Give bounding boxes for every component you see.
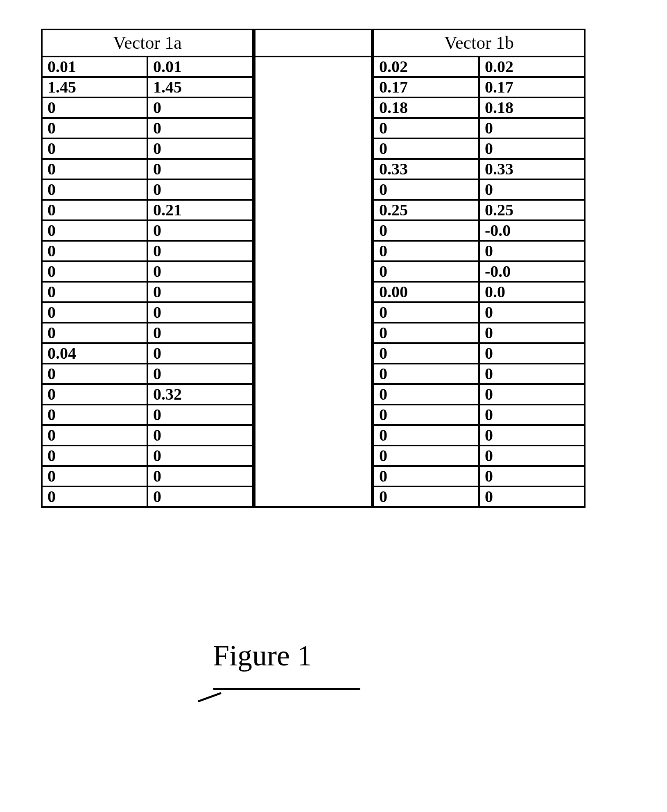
vector-1b-cell: 0 xyxy=(373,405,479,425)
vector-1b-cell: 0 xyxy=(373,118,479,138)
vector-1b-cell: 0 xyxy=(373,138,479,159)
table-row: 00 xyxy=(42,425,253,446)
vector-1b-cell: 0 xyxy=(479,241,585,261)
vector-1b-cell: 0.18 xyxy=(479,97,585,118)
table-row: 00 xyxy=(373,364,585,384)
figure-underline-tail xyxy=(198,692,222,702)
table-row: 00 xyxy=(42,302,253,323)
table-row: 0.020.02 xyxy=(373,57,585,77)
table-row: 00 xyxy=(373,179,585,200)
vector-1b-cell: 0.25 xyxy=(373,200,479,220)
vector-1b-cell: 0 xyxy=(479,118,585,138)
table-row: 00 xyxy=(373,118,585,138)
vector-1a-cell: 0 xyxy=(42,118,147,138)
vector-1b-cell: 0 xyxy=(479,446,585,466)
vector-1b-cell: 0 xyxy=(479,323,585,343)
vector-1a-table: Vector 1a 0.010.011.451.45000000000000.2… xyxy=(41,29,254,508)
vector-1b-cell: 0 xyxy=(479,138,585,159)
table-row: 0.000.0 xyxy=(373,282,585,302)
vector-1a-cell: 0 xyxy=(42,466,147,486)
vector-1b-cell: 0.17 xyxy=(373,77,479,97)
vector-1b-cell: -0.0 xyxy=(479,261,585,282)
vector-1a-title: Vector 1a xyxy=(42,29,253,57)
vector-1a-cell: 0 xyxy=(42,241,147,261)
vector-1b-cell: 0 xyxy=(479,343,585,364)
vector-1b-cell: 0.33 xyxy=(373,159,479,179)
table-row: 00 xyxy=(373,138,585,159)
vector-1b-table: Vector 1b 0.020.020.170.170.180.1800000.… xyxy=(373,29,586,508)
vector-1a-cell: 0 xyxy=(42,138,147,159)
vector-1a-cell: 0 xyxy=(42,425,147,446)
table-row: 00 xyxy=(373,323,585,343)
vector-1b-cell: 0 xyxy=(373,466,479,486)
vector-1a-cell: 0.21 xyxy=(147,200,253,220)
table-row: 00.32 xyxy=(42,384,253,405)
table-row: 1.451.45 xyxy=(42,77,253,97)
vector-1b-cell: 0.02 xyxy=(479,57,585,77)
vector-1b-cell: 0 xyxy=(373,179,479,200)
vector-1b-cell: 0 xyxy=(373,364,479,384)
vector-1b-cell: 0 xyxy=(373,343,479,364)
vector-1a-cell: 1.45 xyxy=(42,77,147,97)
vector-1a-cell: 0 xyxy=(147,97,253,118)
table-row: 0.250.25 xyxy=(373,200,585,220)
vector-1a-cell: 0 xyxy=(147,425,253,446)
vector-1b-cell: 0 xyxy=(479,425,585,446)
vector-1a-cell: 0 xyxy=(42,302,147,323)
vector-1b-cell: 0 xyxy=(373,425,479,446)
vector-1a-cell: 1.45 xyxy=(147,77,253,97)
vector-1b-cell: 0 xyxy=(479,384,585,405)
table-row: 00 xyxy=(42,118,253,138)
table-row: 00.21 xyxy=(42,200,253,220)
table-row: 0.040 xyxy=(42,343,253,364)
vector-1b-cell: 0.17 xyxy=(479,77,585,97)
table-row: 00 xyxy=(42,97,253,118)
table-row: 0.180.18 xyxy=(373,97,585,118)
spacer-head xyxy=(255,29,372,57)
table-row: 00 xyxy=(42,466,253,486)
table-row: 00 xyxy=(373,384,585,405)
vector-1a-cell: 0 xyxy=(42,384,147,405)
vector-1a-cell: 0 xyxy=(147,446,253,466)
vector-1a-cell: 0 xyxy=(147,282,253,302)
table-row: 00 xyxy=(373,405,585,425)
vector-1a-cell: 0 xyxy=(147,261,253,282)
vector-1a-cell: 0 xyxy=(42,364,147,384)
vector-1a-cell: 0 xyxy=(147,159,253,179)
vector-1a-cell: 0 xyxy=(42,97,147,118)
vector-1b-cell: 0 xyxy=(479,486,585,507)
vector-1b-cell: 0 xyxy=(373,220,479,241)
table-row: 00 xyxy=(373,466,585,486)
vector-1a-cell: 0 xyxy=(42,179,147,200)
table-row: 0-0.0 xyxy=(373,220,585,241)
table-row: 00 xyxy=(42,138,253,159)
vector-1a-cell: 0 xyxy=(42,159,147,179)
vector-1a-cell: 0 xyxy=(42,200,147,220)
table-row: 00 xyxy=(42,364,253,384)
table-row: 00 xyxy=(42,282,253,302)
vector-1a-cell: 0.01 xyxy=(42,57,147,77)
table-row: 00 xyxy=(373,425,585,446)
figure-caption: Figure 1 xyxy=(213,639,312,673)
table-row: 00 xyxy=(373,446,585,466)
page: Vector 1a 0.010.011.451.45000000000000.2… xyxy=(0,0,667,812)
table-row: 00 xyxy=(42,323,253,343)
vector-1a-cell: 0 xyxy=(147,405,253,425)
table-row: 00 xyxy=(373,302,585,323)
vector-1b-cell: 0 xyxy=(479,179,585,200)
vector-1b-cell: 0 xyxy=(479,466,585,486)
vector-1b-cell: 0 xyxy=(479,302,585,323)
vector-1a-cell: 0 xyxy=(42,486,147,507)
vector-1b-cell: 0 xyxy=(373,323,479,343)
table-row: 0.010.01 xyxy=(42,57,253,77)
vector-1a-cell: 0 xyxy=(147,364,253,384)
table-row: 00 xyxy=(42,220,253,241)
vector-1a-cell: 0 xyxy=(147,343,253,364)
table-row: 00 xyxy=(42,241,253,261)
table-row: 00 xyxy=(42,159,253,179)
vector-1b-cell: 0 xyxy=(373,302,479,323)
vector-1a-cell: 0 xyxy=(147,138,253,159)
vector-1b-cell: 0 xyxy=(479,405,585,425)
vector-1a-cell: 0 xyxy=(42,446,147,466)
vector-1a-cell: 0 xyxy=(147,302,253,323)
